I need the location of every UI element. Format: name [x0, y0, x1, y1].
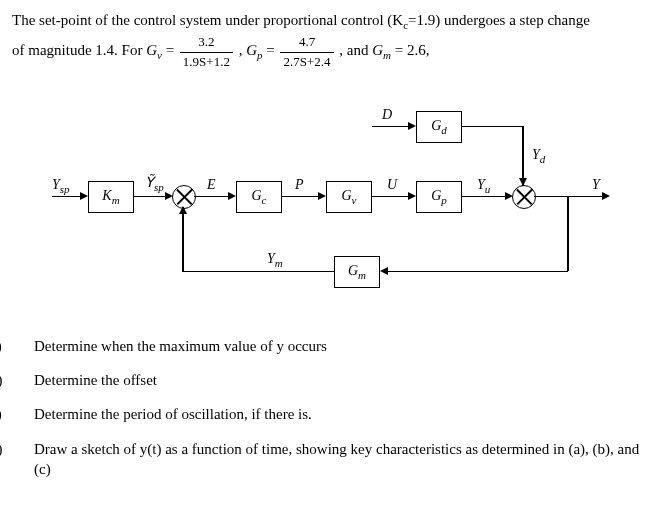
question-d: d)Draw a sketch of y(t) as a function of… [34, 439, 644, 480]
question-a: a)Determine when the maximum value of y … [34, 336, 644, 356]
e-label: E [207, 177, 216, 193]
d-label: D [382, 107, 392, 123]
summing-junction-2 [512, 185, 536, 209]
gc-block: Gc [236, 181, 282, 213]
block-diagram: Ysp Km Ỹsp E Gc P Gv U Gp Yu Y [52, 101, 632, 311]
gm-block: Gm [334, 256, 380, 288]
gd-block: Gd [416, 111, 462, 143]
gv-block: Gv [326, 181, 372, 213]
gp-block: Gp [416, 181, 462, 213]
y-label: Y [592, 177, 600, 193]
problem-statement: The set-point of the control system unde… [12, 10, 644, 71]
question-c: c)Determine the period of oscillation, i… [34, 404, 644, 424]
ytsp-label: Ỹsp [145, 174, 164, 193]
gp-fraction: 4.7 2.7S+2.4 [280, 33, 333, 70]
question-b: b)Determine the offset [34, 370, 644, 390]
ysp-label: Ysp [52, 177, 70, 195]
question-list: a)Determine when the maximum value of y … [12, 336, 644, 479]
gv-fraction: 3.2 1.9S+1.2 [180, 33, 233, 70]
yd-label: Yd [532, 147, 545, 165]
intro: The set-point of the control system unde… [12, 12, 403, 28]
ym-label: Ym [267, 251, 283, 269]
p-label: P [295, 177, 304, 193]
km-block: Km [88, 181, 134, 213]
u-label: U [387, 177, 397, 193]
yu-label: Yu [477, 177, 490, 195]
